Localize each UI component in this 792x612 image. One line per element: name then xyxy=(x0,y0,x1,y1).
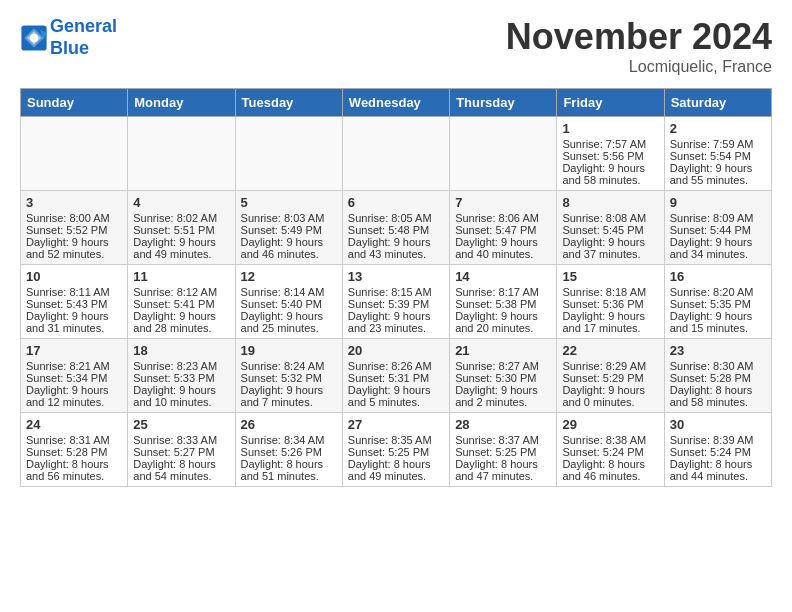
day-info: Sunset: 5:30 PM xyxy=(455,372,551,384)
day-info: Sunrise: 8:00 AM xyxy=(26,212,122,224)
day-info: Daylight: 9 hours and 0 minutes. xyxy=(562,384,658,408)
day-info: Sunset: 5:38 PM xyxy=(455,298,551,310)
calendar-cell xyxy=(235,117,342,191)
day-number: 4 xyxy=(133,195,229,210)
day-info: Sunrise: 8:38 AM xyxy=(562,434,658,446)
week-row-4: 17Sunrise: 8:21 AMSunset: 5:34 PMDayligh… xyxy=(21,339,772,413)
day-info: Sunset: 5:25 PM xyxy=(455,446,551,458)
day-number: 1 xyxy=(562,121,658,136)
day-info: Sunset: 5:52 PM xyxy=(26,224,122,236)
day-number: 23 xyxy=(670,343,766,358)
day-number: 22 xyxy=(562,343,658,358)
day-info: Daylight: 9 hours and 40 minutes. xyxy=(455,236,551,260)
day-info: Daylight: 9 hours and 58 minutes. xyxy=(562,162,658,186)
day-number: 30 xyxy=(670,417,766,432)
day-info: Sunrise: 8:06 AM xyxy=(455,212,551,224)
calendar-cell: 24Sunrise: 8:31 AMSunset: 5:28 PMDayligh… xyxy=(21,413,128,487)
day-info: Sunrise: 8:08 AM xyxy=(562,212,658,224)
col-monday: Monday xyxy=(128,89,235,117)
day-info: Daylight: 9 hours and 55 minutes. xyxy=(670,162,766,186)
calendar-cell: 30Sunrise: 8:39 AMSunset: 5:24 PMDayligh… xyxy=(664,413,771,487)
day-info: Sunset: 5:28 PM xyxy=(26,446,122,458)
col-tuesday: Tuesday xyxy=(235,89,342,117)
day-number: 10 xyxy=(26,269,122,284)
day-info: Daylight: 8 hours and 46 minutes. xyxy=(562,458,658,482)
logo: General Blue xyxy=(20,16,117,59)
day-info: Sunset: 5:33 PM xyxy=(133,372,229,384)
day-info: Sunset: 5:28 PM xyxy=(670,372,766,384)
day-info: Daylight: 9 hours and 52 minutes. xyxy=(26,236,122,260)
day-info: Sunrise: 8:11 AM xyxy=(26,286,122,298)
day-info: Sunrise: 8:27 AM xyxy=(455,360,551,372)
day-info: Sunset: 5:32 PM xyxy=(241,372,337,384)
day-info: Sunrise: 8:35 AM xyxy=(348,434,444,446)
calendar-cell: 19Sunrise: 8:24 AMSunset: 5:32 PMDayligh… xyxy=(235,339,342,413)
day-info: Sunrise: 8:21 AM xyxy=(26,360,122,372)
day-info: Sunrise: 8:24 AM xyxy=(241,360,337,372)
day-info: Daylight: 9 hours and 15 minutes. xyxy=(670,310,766,334)
svg-point-3 xyxy=(30,33,38,41)
day-info: Sunrise: 8:39 AM xyxy=(670,434,766,446)
calendar-cell: 9Sunrise: 8:09 AMSunset: 5:44 PMDaylight… xyxy=(664,191,771,265)
week-row-2: 3Sunrise: 8:00 AMSunset: 5:52 PMDaylight… xyxy=(21,191,772,265)
calendar-cell xyxy=(128,117,235,191)
calendar-cell: 27Sunrise: 8:35 AMSunset: 5:25 PMDayligh… xyxy=(342,413,449,487)
day-info: Daylight: 9 hours and 31 minutes. xyxy=(26,310,122,334)
day-info: Daylight: 9 hours and 10 minutes. xyxy=(133,384,229,408)
day-info: Sunrise: 8:29 AM xyxy=(562,360,658,372)
day-info: Sunset: 5:47 PM xyxy=(455,224,551,236)
day-info: Daylight: 9 hours and 7 minutes. xyxy=(241,384,337,408)
day-number: 20 xyxy=(348,343,444,358)
day-info: Sunset: 5:29 PM xyxy=(562,372,658,384)
day-info: Daylight: 8 hours and 56 minutes. xyxy=(26,458,122,482)
day-info: Sunset: 5:41 PM xyxy=(133,298,229,310)
day-info: Sunset: 5:34 PM xyxy=(26,372,122,384)
day-info: Sunset: 5:40 PM xyxy=(241,298,337,310)
day-number: 19 xyxy=(241,343,337,358)
calendar-cell xyxy=(21,117,128,191)
calendar-cell: 26Sunrise: 8:34 AMSunset: 5:26 PMDayligh… xyxy=(235,413,342,487)
day-info: Sunrise: 8:30 AM xyxy=(670,360,766,372)
day-number: 13 xyxy=(348,269,444,284)
calendar-cell: 10Sunrise: 8:11 AMSunset: 5:43 PMDayligh… xyxy=(21,265,128,339)
day-number: 18 xyxy=(133,343,229,358)
calendar-cell: 18Sunrise: 8:23 AMSunset: 5:33 PMDayligh… xyxy=(128,339,235,413)
calendar-cell: 11Sunrise: 8:12 AMSunset: 5:41 PMDayligh… xyxy=(128,265,235,339)
day-info: Sunset: 5:45 PM xyxy=(562,224,658,236)
day-info: Daylight: 9 hours and 17 minutes. xyxy=(562,310,658,334)
calendar-cell: 28Sunrise: 8:37 AMSunset: 5:25 PMDayligh… xyxy=(450,413,557,487)
calendar-cell: 5Sunrise: 8:03 AMSunset: 5:49 PMDaylight… xyxy=(235,191,342,265)
col-sunday: Sunday xyxy=(21,89,128,117)
col-wednesday: Wednesday xyxy=(342,89,449,117)
week-row-3: 10Sunrise: 8:11 AMSunset: 5:43 PMDayligh… xyxy=(21,265,772,339)
calendar-cell: 8Sunrise: 8:08 AMSunset: 5:45 PMDaylight… xyxy=(557,191,664,265)
calendar-cell: 20Sunrise: 8:26 AMSunset: 5:31 PMDayligh… xyxy=(342,339,449,413)
day-number: 11 xyxy=(133,269,229,284)
calendar-cell: 22Sunrise: 8:29 AMSunset: 5:29 PMDayligh… xyxy=(557,339,664,413)
day-info: Daylight: 8 hours and 58 minutes. xyxy=(670,384,766,408)
calendar-cell: 6Sunrise: 8:05 AMSunset: 5:48 PMDaylight… xyxy=(342,191,449,265)
day-info: Daylight: 9 hours and 34 minutes. xyxy=(670,236,766,260)
day-number: 5 xyxy=(241,195,337,210)
day-info: Daylight: 8 hours and 54 minutes. xyxy=(133,458,229,482)
day-info: Sunset: 5:25 PM xyxy=(348,446,444,458)
day-info: Sunrise: 8:31 AM xyxy=(26,434,122,446)
day-info: Daylight: 9 hours and 43 minutes. xyxy=(348,236,444,260)
calendar-cell: 25Sunrise: 8:33 AMSunset: 5:27 PMDayligh… xyxy=(128,413,235,487)
day-info: Sunrise: 8:23 AM xyxy=(133,360,229,372)
day-info: Sunrise: 8:03 AM xyxy=(241,212,337,224)
logo-line1: General xyxy=(50,16,117,36)
calendar-cell xyxy=(342,117,449,191)
header-row: Sunday Monday Tuesday Wednesday Thursday… xyxy=(21,89,772,117)
day-number: 12 xyxy=(241,269,337,284)
calendar-cell: 7Sunrise: 8:06 AMSunset: 5:47 PMDaylight… xyxy=(450,191,557,265)
day-number: 3 xyxy=(26,195,122,210)
day-info: Sunrise: 8:18 AM xyxy=(562,286,658,298)
day-info: Daylight: 9 hours and 28 minutes. xyxy=(133,310,229,334)
day-info: Sunset: 5:54 PM xyxy=(670,150,766,162)
day-info: Daylight: 9 hours and 20 minutes. xyxy=(455,310,551,334)
day-number: 9 xyxy=(670,195,766,210)
location: Locmiquelic, France xyxy=(506,58,772,76)
week-row-1: 1Sunrise: 7:57 AMSunset: 5:56 PMDaylight… xyxy=(21,117,772,191)
day-info: Sunrise: 7:59 AM xyxy=(670,138,766,150)
